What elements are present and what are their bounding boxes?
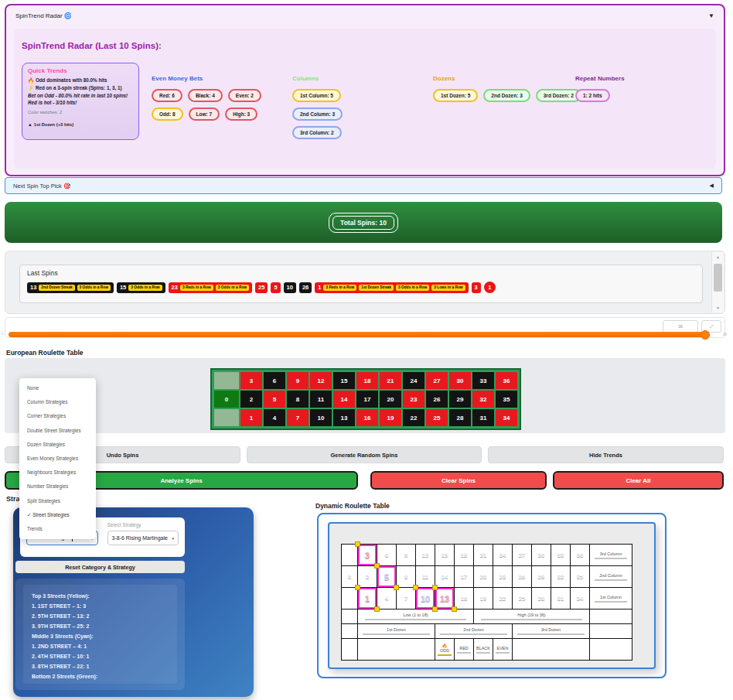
cell-34[interactable]: 34 [496,409,517,426]
black-bet-cell[interactable]: BLACK [474,639,493,661]
cell-31[interactable]: 31 [472,409,494,426]
cell-26[interactable]: 26 [426,391,448,408]
cell-3[interactable]: 3 [240,372,262,389]
dyn-cell-13[interactable]: 13 [435,588,455,610]
collapse-left-icon[interactable]: ◀ [710,183,714,189]
collapse-icon[interactable]: ▼ [708,12,714,19]
column-label-cell[interactable]: 3rd Column [590,545,632,566]
dropdown-option[interactable]: Neighbours Strategies [19,466,96,480]
dyn-cell-12[interactable]: 12 [416,545,435,566]
cell-7[interactable]: 7 [287,409,309,426]
dyn-cell-26[interactable]: 26 [513,566,532,588]
dyn-cell-19[interactable]: 19 [474,588,493,610]
dozen-bet-cell[interactable]: 1st Dozen [358,624,435,639]
cell-35[interactable]: 35 [496,391,517,408]
dozen-bet-cell[interactable]: 2nd Dozen [435,624,513,639]
dyn-cell-10[interactable]: 10 [416,588,435,610]
dyn-cell-15[interactable]: 15 [435,545,455,566]
column-label-cell[interactable]: 1st Column [590,588,632,610]
dyn-cell-18[interactable]: 18 [455,545,474,566]
scroll-down-icon[interactable]: ▼ [712,306,724,310]
dropdown-option[interactable]: Corner Strategies [19,409,96,423]
cell-13[interactable]: 13 [333,409,355,426]
dyn-cell-27[interactable]: 27 [513,545,532,566]
dyn-cell-4[interactable]: 4 [377,588,397,610]
dyn-cell-36[interactable]: 36 [571,545,590,566]
scroll-up-icon[interactable]: ▲ [712,254,724,259]
next-spin-top-pick-bar[interactable]: Next Spin Top Pick 🎯 ◀ [5,177,722,194]
generate-random-spins-button[interactable]: Generate Random Spins [247,446,482,463]
cell-1[interactable]: 1 [240,409,262,426]
dyn-cell-32[interactable]: 32 [551,566,571,588]
dyn-cell-21[interactable]: 21 [474,545,493,566]
dyn-cell-29[interactable]: 29 [532,566,551,588]
cell-27[interactable]: 27 [426,372,448,389]
cell-30[interactable]: 30 [449,372,471,389]
dyn-cell-25[interactable]: 25 [513,588,532,610]
dropdown-option[interactable]: Dozen Strategies [19,438,96,452]
dyn-cell-23[interactable]: 23 [493,566,513,588]
dyn-cell-6[interactable]: 6 [377,545,397,566]
cell-24[interactable]: 24 [403,372,424,389]
dyn-cell-2[interactable]: 2 [358,566,377,588]
cell-32[interactable]: 32 [472,391,494,408]
column-label-cell[interactable]: 2nd Column [590,566,632,588]
cell-15[interactable]: 15 [333,372,355,389]
scrollbar-thumb[interactable] [714,264,722,292]
dozen-bet-cell[interactable]: 3rd Dozen [513,624,590,639]
red-bet-cell[interactable]: RED [455,639,474,661]
cell-28[interactable]: 28 [449,409,471,426]
dropdown-option[interactable]: Number Strategies [19,480,96,493]
cell-19[interactable]: 19 [380,409,401,426]
dyn-cell-14[interactable]: 14 [435,566,455,588]
dropdown-option[interactable]: Column Strategies [19,395,96,409]
clear-all-button[interactable]: Clear All [553,471,724,490]
dropdown-option[interactable]: Trends [19,522,96,536]
dyn-cell-1[interactable]: 1 [358,588,377,610]
reset-category-strategy-button[interactable]: Reset Category & Strategy [15,561,185,573]
dyn-cell-22[interactable]: 22 [493,588,513,610]
dyn-cell-34[interactable]: 34 [571,588,590,610]
cell-14[interactable]: 14 [333,391,355,408]
cell-2[interactable]: 2 [240,391,262,408]
dyn-cell-30[interactable]: 30 [532,545,551,566]
clear-spins-button[interactable]: Clear Spins [370,471,547,490]
dropdown-option[interactable]: Split Strategies [19,494,96,508]
range-slider-handle[interactable] [701,330,710,340]
dyn-cell-28[interactable]: 28 [532,588,551,610]
dyn-cell-31[interactable]: 31 [551,588,571,610]
cell-23[interactable]: 23 [403,391,424,408]
cell-12[interactable]: 12 [310,372,332,389]
hide-trends-button[interactable]: Hide Trends [488,446,724,463]
dropdown-option[interactable]: ✓ Street Strategies [19,508,96,522]
cell-11[interactable]: 11 [310,391,332,408]
dropdown-option[interactable]: None [19,381,96,395]
cell-9[interactable]: 9 [287,372,309,389]
dyn-cell-35[interactable]: 35 [571,566,590,588]
cell-36[interactable]: 36 [496,372,517,389]
cell-5[interactable]: 5 [264,391,285,408]
odd-bet-cell[interactable]: 🔥ODD [435,639,455,661]
range-slider[interactable] [9,332,708,337]
strategy-select[interactable]: 3-8-6 Rising Martingale ▾ [107,531,179,545]
dyn-cell-9[interactable]: 9 [397,545,416,566]
cell-29[interactable]: 29 [449,391,471,408]
cell-zero[interactable]: 0 [214,391,239,408]
high-bet-cell[interactable]: High (19 to 36) [474,610,590,624]
cell-17[interactable]: 17 [356,391,378,408]
cell-25[interactable]: 25 [426,409,448,426]
cell-4[interactable]: 4 [264,409,285,426]
cell-6[interactable]: 6 [264,372,285,389]
dyn-cell-5[interactable]: 5 [377,566,397,588]
dyn-cell-20[interactable]: 20 [474,566,493,588]
cell-10[interactable]: 10 [310,409,332,426]
cell-8[interactable]: 8 [287,391,309,408]
cell-22[interactable]: 22 [403,409,424,426]
dyn-cell-16[interactable]: 16 [455,588,474,610]
dyn-cell-17[interactable]: 17 [455,566,474,588]
dyn-cell-7[interactable]: 7 [397,588,416,610]
cell-33[interactable]: 33 [472,372,494,389]
count-button[interactable]: 36 [663,320,698,333]
dropdown-option[interactable]: Double Street Strategies [19,424,96,438]
dyn-cell-24[interactable]: 24 [493,545,513,566]
